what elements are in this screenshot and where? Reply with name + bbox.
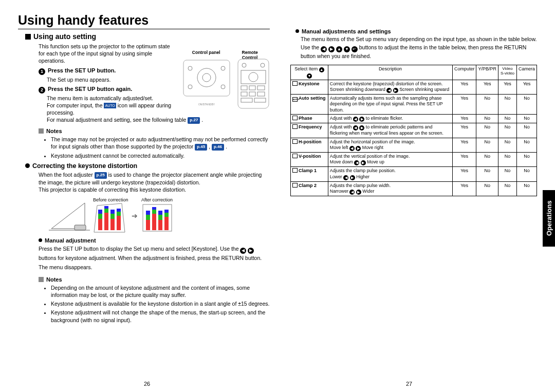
step2-body2a: For computer input, the <box>47 102 103 108</box>
right-use-b: buttons to adjust the items in the table… <box>301 44 526 59</box>
svg-point-1 <box>197 68 216 87</box>
svg-rect-41 <box>152 214 156 230</box>
svg-rect-42 <box>152 210 156 214</box>
row-name: Frequency <box>291 123 328 138</box>
row-name-text: Keystone <box>299 81 320 86</box>
svg-point-2 <box>202 73 211 82</box>
heading-keystone: Correcting the keystone distortion <box>25 162 270 170</box>
row-name-text: Clamp 1 <box>299 168 317 173</box>
row-icon <box>292 154 298 158</box>
control-diagram: ON/STANDBY <box>182 58 270 109</box>
th-video: Video S-video <box>498 65 516 80</box>
projector-diagram <box>49 200 90 231</box>
enter-icon: ↵ <box>351 46 358 52</box>
row-icon <box>292 139 298 144</box>
svg-rect-14 <box>249 86 255 90</box>
svg-text:ON/STANDBY: ON/STANDBY <box>198 103 215 106</box>
svg-rect-43 <box>152 207 156 210</box>
step2-body2: For computer input, the AUTO icon will a… <box>47 102 177 116</box>
row-desc: Adjust the horizontal position of the im… <box>328 138 452 152</box>
row-v: Yes <box>498 80 516 94</box>
notes-heading-1: Notes <box>39 128 270 134</box>
row-name-text: Clamp 2 <box>299 183 317 188</box>
row-v: No <box>498 138 516 152</box>
row-name-text: V-position <box>299 154 321 159</box>
up-arrow-icon: ▲ <box>336 46 342 52</box>
page-ref-46: p.46 <box>212 144 224 151</box>
row-name: Clamp 1 <box>291 167 328 181</box>
row-y: No <box>476 138 498 152</box>
row-y: No <box>476 167 498 181</box>
row-desc: Adjust with ◀ ▶ to eliminate periodic pa… <box>328 123 452 138</box>
heading-auto-setting: Using auto setting <box>25 32 270 41</box>
step2-title-text: Press the SET UP button again. <box>48 86 132 92</box>
row-c: Yes <box>452 80 476 94</box>
row-c: Yes <box>452 115 476 123</box>
row-y: Yes <box>476 80 498 94</box>
side-tab-operations: Operations <box>543 190 555 247</box>
row-desc: Correct the keystone (trapezoid) distort… <box>328 80 452 94</box>
svg-rect-48 <box>164 213 169 217</box>
row-cam: No <box>516 153 536 167</box>
svg-rect-22 <box>75 225 86 230</box>
keystone-diagram-row: Before correction ➔ <box>49 197 270 234</box>
row-y: No <box>476 181 498 196</box>
svg-rect-0 <box>183 60 230 96</box>
notes-label-2: Notes <box>46 276 62 283</box>
row-cam: No <box>516 123 536 138</box>
svg-rect-46 <box>158 211 162 215</box>
row-name: Keystone <box>291 80 328 94</box>
svg-rect-26 <box>98 214 102 219</box>
keystone-note-2: Keystone adjustment is available for the… <box>51 300 270 307</box>
keystone-note-3: Keystone adjustment will not change the … <box>51 309 270 323</box>
row-cam: Yes <box>516 80 536 94</box>
svg-rect-13 <box>241 86 247 90</box>
row-desc: Adjust with ◀ ▶ to eliminate flicker. <box>328 115 452 123</box>
step2-body1: The menu item is automatically adjusted/… <box>47 95 177 102</box>
row-cam: No <box>516 167 536 181</box>
row-y: No <box>476 153 498 167</box>
notes-label-1: Notes <box>46 128 62 134</box>
svg-point-3 <box>188 66 192 70</box>
auto-note1-text: The image may not be projected or auto a… <box>51 136 268 150</box>
step2-body3-text: For manual adjustment and setting, see t… <box>47 117 186 123</box>
right-arrow-icon-2: ▶ <box>328 46 335 52</box>
row-y: No <box>476 94 498 114</box>
keystone-body1a: When the foot adjuster <box>39 172 93 178</box>
row-v: No <box>498 115 516 123</box>
step2-body3: For manual adjustment and setting, see t… <box>47 116 268 124</box>
table-row: H-positionAdjust the horizontal position… <box>291 138 537 152</box>
auto-note-2: Keystone adjustment cannot be corrected … <box>51 152 270 159</box>
keystone-note-1: Depending on the amount of keystone adju… <box>51 284 270 298</box>
table-row: FrequencyAdjust with ◀ ▶ to eliminate pe… <box>291 123 537 138</box>
page-number-left: 26 <box>144 381 150 387</box>
svg-rect-45 <box>158 215 162 220</box>
row-c: Yes <box>452 94 476 114</box>
svg-rect-32 <box>110 214 115 219</box>
svg-rect-38 <box>146 220 150 230</box>
auto-note-1: The image may not be projected or auto a… <box>51 136 270 151</box>
th-desc: Description <box>328 65 452 80</box>
table-row: PhaseAdjust with ◀ ▶ to eliminate flicke… <box>291 115 537 123</box>
svg-point-6 <box>221 85 225 89</box>
arrow-icon: ➔ <box>132 212 138 220</box>
svg-rect-19 <box>241 98 252 102</box>
svg-rect-40 <box>146 211 150 215</box>
row-cam: No <box>516 94 536 114</box>
svg-point-10 <box>261 63 265 67</box>
svg-rect-31 <box>110 219 115 230</box>
svg-rect-15 <box>257 86 265 90</box>
right-use-a: Use the <box>301 44 319 50</box>
svg-rect-16 <box>241 92 247 96</box>
row-cam: No <box>516 115 536 123</box>
svg-rect-34 <box>117 216 121 230</box>
step1-title-text: Press the SET UP button. <box>48 67 116 73</box>
page-ref-25: p.25 <box>95 172 107 179</box>
keystone-notes-list: Depending on the amount of keystone adju… <box>45 284 270 324</box>
svg-rect-27 <box>98 210 102 214</box>
manual-body-b: buttons for keystone adjustment. When th… <box>39 255 262 270</box>
svg-rect-18 <box>257 92 265 96</box>
table-row: AUTOAuto settingAutomatically adjusts it… <box>291 94 537 114</box>
table-header-row: Select Item ▲▼ Description Computer Y/PB… <box>291 65 537 80</box>
manual-body-a: Press the SET UP button to display the S… <box>39 246 239 252</box>
